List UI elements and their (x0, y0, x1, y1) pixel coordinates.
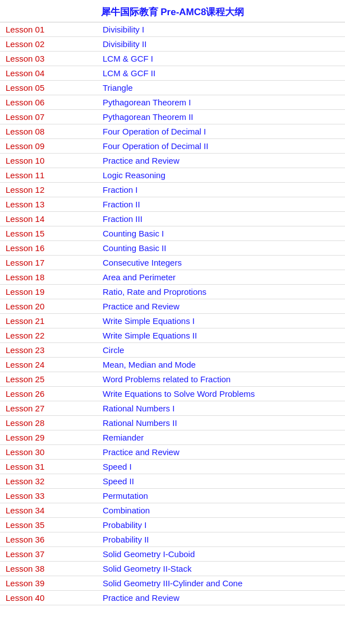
lesson-row: Lesson 02Divisibility II (0, 37, 345, 52)
lesson-row: Lesson 09Four Operation of Decimal II (0, 139, 345, 154)
lesson-number: Lesson 02 (0, 39, 98, 49)
lesson-topic: Practice and Review (98, 302, 345, 311)
lesson-number: Lesson 31 (0, 462, 98, 471)
lesson-row: Lesson 07Pythagorean Theorem II (0, 110, 345, 124)
lesson-row: Lesson 24Mean, Median and Mode (0, 358, 345, 372)
lesson-topic: Divisibility I (98, 25, 345, 34)
lesson-row: Lesson 40Practice and Review (0, 591, 345, 605)
lesson-number: Lesson 36 (0, 535, 98, 544)
lesson-number: Lesson 28 (0, 418, 98, 428)
lesson-number: Lesson 33 (0, 491, 98, 501)
lesson-row: Lesson 15Counting Basic I (0, 226, 345, 241)
lesson-topic: Remiander (98, 433, 345, 442)
lesson-row: Lesson 27Rational Numbers I (0, 401, 345, 416)
lessons-list: Lesson 01Divisibility ILesson 02Divisibi… (0, 22, 345, 605)
lesson-row: Lesson 18Area and Perimeter (0, 270, 345, 285)
lesson-topic: Permutation (98, 491, 345, 501)
lesson-topic: Probability II (98, 535, 345, 544)
lesson-topic: Pythagorean Theorem I (98, 98, 345, 107)
lesson-number: Lesson 37 (0, 549, 98, 559)
lesson-row: Lesson 03LCM & GCF I (0, 52, 345, 66)
lesson-number: Lesson 14 (0, 214, 98, 224)
lesson-topic: Area and Perimeter (98, 272, 345, 282)
lesson-row: Lesson 13Fraction II (0, 197, 345, 212)
lesson-number: Lesson 25 (0, 374, 98, 384)
lesson-number: Lesson 13 (0, 200, 98, 209)
lesson-number: Lesson 11 (0, 170, 98, 180)
lesson-topic: Solid Geometry I-Cuboid (98, 549, 345, 559)
lesson-row: Lesson 04LCM & GCF II (0, 66, 345, 81)
lesson-row: Lesson 06Pythagorean Theorem I (0, 95, 345, 110)
lesson-row: Lesson 34Combination (0, 503, 345, 518)
lesson-row: Lesson 37Solid Geometry I-Cuboid (0, 547, 345, 562)
lesson-row: Lesson 11Logic Reasoning (0, 168, 345, 183)
lesson-number: Lesson 09 (0, 141, 98, 151)
lesson-number: Lesson 10 (0, 156, 98, 165)
lesson-topic: Ratio, Rate and Proprotions (98, 287, 345, 296)
lesson-topic: LCM & GCF I (98, 54, 345, 63)
lesson-row: Lesson 26Write Equations to Solve Word P… (0, 387, 345, 401)
lesson-row: Lesson 33Permutation (0, 489, 345, 503)
lesson-topic: Fraction II (98, 200, 345, 209)
lesson-row: Lesson 25Word Problems related to Fracti… (0, 372, 345, 387)
lesson-number: Lesson 26 (0, 389, 98, 399)
lesson-row: Lesson 16Counting Basic II (0, 241, 345, 256)
lesson-topic: Probability I (98, 520, 345, 530)
lesson-topic: Counting Basic II (98, 243, 345, 253)
lesson-topic: Pythagorean Theorem II (98, 112, 345, 122)
lesson-number: Lesson 01 (0, 25, 98, 34)
lesson-topic: Rational Numbers II (98, 418, 345, 428)
lesson-topic: Speed II (98, 476, 345, 486)
lesson-topic: Practice and Review (98, 156, 345, 165)
lesson-row: Lesson 21Write Simple Equations I (0, 314, 345, 328)
lesson-number: Lesson 08 (0, 127, 98, 136)
lesson-row: Lesson 10Practice and Review (0, 154, 345, 168)
lesson-number: Lesson 19 (0, 287, 98, 296)
lesson-row: Lesson 19Ratio, Rate and Proprotions (0, 285, 345, 299)
lesson-topic: Four Operation of Decimal I (98, 127, 345, 136)
lesson-topic: Word Problems related to Fraction (98, 374, 345, 384)
lesson-topic: Practice and Review (98, 447, 345, 457)
lesson-row: Lesson 38Solid Geometry II-Stack (0, 562, 345, 576)
lesson-number: Lesson 03 (0, 54, 98, 63)
lesson-number: Lesson 23 (0, 345, 98, 355)
lesson-row: Lesson 39Solid Geometry III-Cylinder and… (0, 576, 345, 591)
lesson-number: Lesson 39 (0, 578, 98, 588)
lesson-topic: Combination (98, 506, 345, 515)
lesson-number: Lesson 27 (0, 404, 98, 413)
lesson-number: Lesson 15 (0, 229, 98, 238)
lesson-topic: Counting Basic I (98, 229, 345, 238)
lesson-row: Lesson 30Practice and Review (0, 445, 345, 460)
lesson-row: Lesson 12Fraction I (0, 183, 345, 197)
lesson-number: Lesson 20 (0, 302, 98, 311)
lesson-row: Lesson 28Rational Numbers II (0, 416, 345, 430)
lesson-topic: Four Operation of Decimal II (98, 141, 345, 151)
lesson-topic: Practice and Review (98, 593, 345, 603)
page-title: 犀牛国际教育 Pre-AMC8课程大纲 (0, 0, 345, 22)
lesson-topic: Triangle (98, 83, 345, 92)
lesson-row: Lesson 14Fraction III (0, 212, 345, 226)
lesson-topic: Fraction I (98, 185, 345, 194)
lesson-row: Lesson 01Divisibility I (0, 22, 345, 37)
lesson-row: Lesson 20Practice and Review (0, 299, 345, 314)
lesson-row: Lesson 35Probability I (0, 518, 345, 532)
lesson-number: Lesson 30 (0, 447, 98, 457)
lesson-number: Lesson 24 (0, 360, 98, 369)
lesson-number: Lesson 21 (0, 316, 98, 326)
lesson-number: Lesson 18 (0, 272, 98, 282)
lesson-topic: Mean, Median and Mode (98, 360, 345, 369)
lesson-topic: Write Simple Equations II (98, 331, 345, 340)
lesson-topic: Fraction III (98, 214, 345, 224)
lesson-row: Lesson 17Consecutive Integers (0, 256, 345, 270)
lesson-topic: Solid Geometry III-Cylinder and Cone (98, 578, 345, 588)
lesson-number: Lesson 16 (0, 243, 98, 253)
lesson-number: Lesson 12 (0, 185, 98, 194)
lesson-row: Lesson 22Write Simple Equations II (0, 328, 345, 343)
lesson-number: Lesson 34 (0, 506, 98, 515)
lesson-topic: Speed I (98, 462, 345, 471)
lesson-row: Lesson 29Remiander (0, 430, 345, 445)
lesson-number: Lesson 40 (0, 593, 98, 603)
lesson-row: Lesson 08Four Operation of Decimal I (0, 124, 345, 139)
lesson-number: Lesson 35 (0, 520, 98, 530)
lesson-topic: Logic Reasoning (98, 170, 345, 180)
